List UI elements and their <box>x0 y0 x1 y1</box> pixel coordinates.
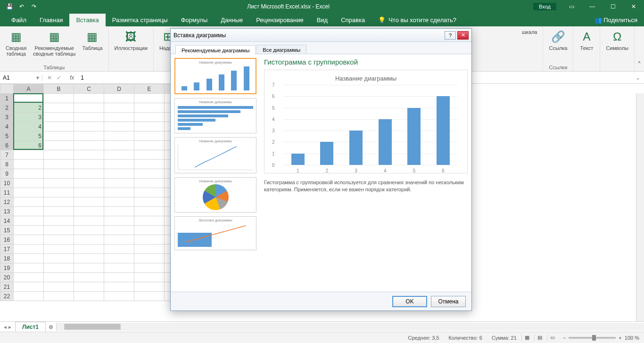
row-header[interactable]: 22 <box>0 292 14 301</box>
thumb-line[interactable]: Название диаграммы <box>174 137 256 173</box>
sheet-nav-last-icon[interactable]: ▸ <box>8 324 11 330</box>
tell-me[interactable]: 💡 Что вы хотите сделать? <box>372 14 463 26</box>
cell[interactable] <box>104 235 134 245</box>
cell[interactable] <box>134 254 165 263</box>
cell[interactable] <box>74 273 104 282</box>
cell[interactable] <box>14 179 44 188</box>
zoom-in-icon[interactable]: + <box>619 335 621 341</box>
cell[interactable] <box>134 282 165 292</box>
row-header[interactable]: 16 <box>0 235 14 245</box>
row-header[interactable]: 2 <box>0 103 14 113</box>
chart-thumbnail-list[interactable]: Название диаграммы Название диаграммы На… <box>174 58 259 288</box>
cell[interactable] <box>44 282 74 292</box>
illustrations-button[interactable]: 🖼Иллюстрации <box>113 28 149 52</box>
cell[interactable] <box>104 179 134 188</box>
tab-insert[interactable]: Вставка <box>69 14 105 26</box>
col-header[interactable]: E <box>134 84 165 94</box>
cell[interactable] <box>74 254 104 263</box>
zoom-slider[interactable] <box>569 337 616 339</box>
row-header[interactable]: 4 <box>0 122 14 131</box>
cell[interactable] <box>104 273 134 282</box>
cell[interactable]: 6 <box>14 141 44 150</box>
cell[interactable] <box>14 169 44 179</box>
cell[interactable] <box>44 273 74 282</box>
cell[interactable] <box>14 245 44 254</box>
cell[interactable] <box>134 188 165 197</box>
cell[interactable] <box>104 263 134 273</box>
tab-home[interactable]: Главная <box>33 14 69 26</box>
cell[interactable] <box>104 122 134 131</box>
view-pagebreak-icon[interactable]: ▭ <box>547 335 558 341</box>
redo-icon[interactable]: ↷ <box>29 3 39 10</box>
minimize-icon[interactable]: — <box>582 3 603 10</box>
row-header[interactable]: 21 <box>0 282 14 292</box>
sheet-nav-first-icon[interactable]: ◂ <box>4 324 7 330</box>
maximize-icon[interactable]: ☐ <box>603 3 623 10</box>
row-header[interactable]: 19 <box>0 263 14 273</box>
symbols-button[interactable]: ΩСимволы <box>604 28 630 52</box>
col-header[interactable]: B <box>44 84 74 94</box>
recommended-pivot-button[interactable]: ▦Рекомендуемые сводные таблицы <box>31 28 77 57</box>
cell[interactable] <box>134 197 165 207</box>
cell[interactable] <box>74 282 104 292</box>
cell[interactable] <box>134 131 165 141</box>
row-header[interactable]: 18 <box>0 254 14 263</box>
chevron-down-icon[interactable]: ▾ <box>36 74 39 81</box>
cell[interactable] <box>104 94 134 103</box>
row-header[interactable]: 17 <box>0 245 14 254</box>
cell[interactable] <box>104 282 134 292</box>
row-header[interactable]: 11 <box>0 188 14 197</box>
cell[interactable] <box>104 216 134 226</box>
cell[interactable] <box>104 245 134 254</box>
cell[interactable] <box>104 113 134 122</box>
row-header[interactable]: 12 <box>0 197 14 207</box>
cell[interactable] <box>44 207 74 216</box>
view-normal-icon[interactable]: ▦ <box>521 335 533 341</box>
cell[interactable] <box>14 188 44 197</box>
cell[interactable] <box>14 292 44 301</box>
cell[interactable] <box>44 254 74 263</box>
cell[interactable] <box>104 197 134 207</box>
cell[interactable] <box>74 226 104 235</box>
cell[interactable]: 2 <box>14 103 44 113</box>
col-header[interactable]: D <box>104 84 134 94</box>
cell[interactable] <box>74 150 104 160</box>
row-header[interactable]: 1 <box>0 94 14 103</box>
cell[interactable] <box>104 226 134 235</box>
cell[interactable] <box>14 150 44 160</box>
thumb-pie[interactable]: Название диаграммы <box>174 177 256 212</box>
tab-layout[interactable]: Разметка страницы <box>106 14 174 26</box>
thumb-clustered-column[interactable]: Название диаграммы <box>174 58 256 94</box>
cell[interactable] <box>74 131 104 141</box>
cell[interactable] <box>44 160 74 169</box>
row-header[interactable]: 15 <box>0 226 14 235</box>
zoom-level[interactable]: 100 % <box>625 335 639 341</box>
pivot-table-button[interactable]: ▦Сводная таблица <box>4 28 28 57</box>
cell[interactable] <box>134 292 165 301</box>
cell[interactable] <box>104 292 134 301</box>
col-header[interactable]: C <box>74 84 104 94</box>
zoom-out-icon[interactable]: − <box>563 335 566 341</box>
cell[interactable] <box>134 235 165 245</box>
cell[interactable] <box>74 235 104 245</box>
name-box[interactable]: A1▾ <box>0 74 42 81</box>
select-all-corner[interactable] <box>0 84 14 94</box>
sheet-tab[interactable]: Лист1 <box>15 322 46 332</box>
cell[interactable] <box>74 292 104 301</box>
tab-data[interactable]: Данные <box>214 14 249 26</box>
text-button[interactable]: AТекст <box>577 28 596 52</box>
cell[interactable] <box>74 113 104 122</box>
cell[interactable] <box>14 282 44 292</box>
cell[interactable] <box>104 188 134 197</box>
cell[interactable] <box>74 160 104 169</box>
row-header[interactable]: 10 <box>0 179 14 188</box>
cell[interactable] <box>44 150 74 160</box>
cell[interactable] <box>74 169 104 179</box>
cell[interactable] <box>74 94 104 103</box>
cell[interactable] <box>44 122 74 131</box>
cell[interactable] <box>74 103 104 113</box>
tab-file[interactable]: Файл <box>5 14 33 26</box>
cell[interactable] <box>134 160 165 169</box>
ok-button[interactable]: OK <box>392 296 427 307</box>
cell[interactable] <box>44 226 74 235</box>
